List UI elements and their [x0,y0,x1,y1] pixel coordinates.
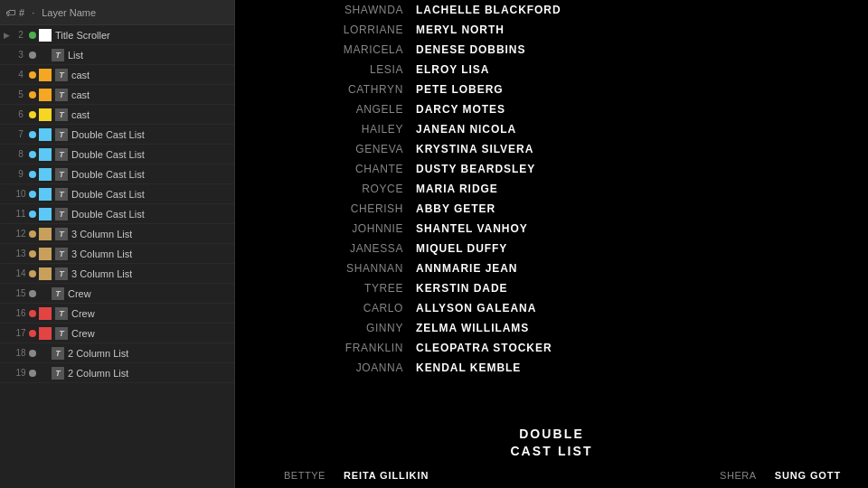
layer-type-icon: T [55,89,68,101]
visibility-dot[interactable] [29,71,36,79]
layer-label: cast [71,109,90,120]
cast-last-name: KENDAL KEMBLE [416,361,521,374]
layer-num: 6 [13,109,29,119]
layer-row[interactable]: 12T3 Column List [0,224,234,244]
layer-type-icon: T [55,208,68,221]
layer-color-swatch [39,208,52,221]
layer-row[interactable]: 18T2 Column List [0,343,234,363]
layer-list: ▶2Title Scroller3TList4Tcast5Tcast6Tcast… [0,25,234,383]
layer-row[interactable]: 6Tcast [0,105,234,125]
cast-row: TYREEKERSTIN DADE [289,282,814,302]
layer-row[interactable]: 8TDouble Cast List [0,145,234,164]
cast-last-name: DARCY MOTES [416,103,505,116]
cast-row: LESIAELROY LISA [289,63,814,83]
cast-first-name: SHANNAN [289,262,416,275]
layer-label: 3 Column List [71,229,132,239]
cast-row: JOANNAKENDAL KEMBLE [289,361,814,381]
layer-num: 8 [13,149,29,159]
visibility-dot[interactable] [29,330,36,337]
layer-name-col: Layer Name [42,7,96,18]
layer-type-icon: T [55,188,68,201]
layer-color-swatch [39,228,52,240]
layer-row[interactable]: 13T3 Column List [0,244,234,264]
cast-first-name: CHERISH [289,202,416,215]
layer-label: cast [71,70,90,80]
layer-row[interactable]: 15TCrew [0,284,234,304]
layer-label: Double Cast List [71,209,145,220]
visibility-dot[interactable] [29,111,36,118]
layer-row[interactable]: 14T3 Column List [0,264,234,284]
visibility-dot[interactable] [29,310,36,317]
cast-last-name: ZELMA WILLILAMS [416,322,529,334]
cast-first-name: HAILEY [289,123,416,136]
credits-panel: SHAWNDALACHELLE BLACKFORDLORRIANEMERYL N… [235,0,868,488]
visibility-dot[interactable] [29,191,36,198]
layer-row[interactable]: ▶2Title Scroller [0,25,234,45]
layer-label: 2 Column List [68,368,128,379]
layer-color-swatch [39,168,52,181]
double-title-line1: DOUBLE [519,427,584,441]
layer-row[interactable]: 7TDouble Cast List [0,125,234,145]
cast-first-name: FRANKLIN [289,342,416,354]
visibility-dot[interactable] [29,290,36,297]
layer-row[interactable]: 11TDouble Cast List [0,204,234,224]
visibility-dot[interactable] [29,270,36,277]
layer-type-icon: T [55,128,68,141]
layer-row[interactable]: 16TCrew [0,304,234,324]
layer-row[interactable]: 3TList [0,45,234,65]
double-last-name: SUNG GOTT [775,470,841,481]
visibility-dot[interactable] [29,350,36,357]
layer-color-swatch [39,248,52,260]
cast-row: SHAWNDALACHELLE BLACKFORD [289,4,814,23]
cast-row: SHANNANANNMARIE JEAN [289,262,814,282]
layer-color-swatch [39,188,52,201]
double-title-line2: CAST LIST [510,444,592,458]
visibility-dot[interactable] [29,151,36,158]
visibility-dot[interactable] [29,171,36,178]
layer-label: List [68,50,83,61]
cast-row: FRANKLINCLEOPATRA STOCKER [289,342,814,361]
layer-label: Double Cast List [71,129,145,140]
cast-first-name: ROYCE [289,183,416,195]
cast-row: MARICELADENESE DOBBINS [289,43,814,63]
layer-type-icon: T [55,248,68,260]
layer-color-swatch [39,29,52,42]
visibility-dot[interactable] [29,52,36,59]
cast-last-name: ELROY LISA [416,63,489,76]
visibility-dot[interactable] [29,131,36,138]
cast-row: CHANTEDUSTY BEARDSLEY [289,163,814,183]
layer-type-icon: T [55,267,68,280]
visibility-dot[interactable] [29,211,36,218]
visibility-dot[interactable] [29,230,36,238]
cast-first-name: JOHNNIE [289,222,416,235]
cast-first-name: CATHRYN [289,83,416,96]
visibility-dot[interactable] [29,32,36,39]
double-cast-grid: BETTYEREITA GILLIKINSHERASUNG GOTT [235,470,868,488]
layer-row[interactable]: 4Tcast [0,65,234,85]
cast-first-name: LESIA [289,63,416,76]
layer-row[interactable]: 19T2 Column List [0,363,234,383]
double-cast-right-col: SHERASUNG GOTT [693,470,841,488]
layer-label: 3 Column List [71,268,132,279]
visibility-dot[interactable] [29,250,36,258]
layer-type-icon: T [55,307,68,320]
tag-icon: 🏷 [5,7,15,18]
cast-row: ROYCEMARIA RIDGE [289,183,814,202]
cast-first-name: SHAWNDA [289,4,416,16]
layer-label: Double Cast List [71,169,145,180]
layer-row[interactable]: 17TCrew [0,324,234,343]
layer-row[interactable]: 5Tcast [0,85,234,105]
double-cast-row: BETTYEREITA GILLIKIN [262,470,429,488]
double-cast-left-col: BETTYEREITA GILLIKIN [262,470,429,488]
visibility-dot[interactable] [29,91,36,99]
layer-row[interactable]: 10TDouble Cast List [0,184,234,204]
layer-color-swatch [39,307,52,320]
layer-label: Crew [71,328,95,339]
cast-first-name: GENEVA [289,143,416,155]
visibility-dot[interactable] [29,370,36,377]
cast-row: CATHRYNPETE LOBERG [289,83,814,103]
double-first-name: BETTYE [262,470,335,481]
layer-num: 9 [13,169,29,179]
layer-row[interactable]: 9TDouble Cast List [0,164,234,184]
layer-label: Title Scroller [55,30,110,41]
